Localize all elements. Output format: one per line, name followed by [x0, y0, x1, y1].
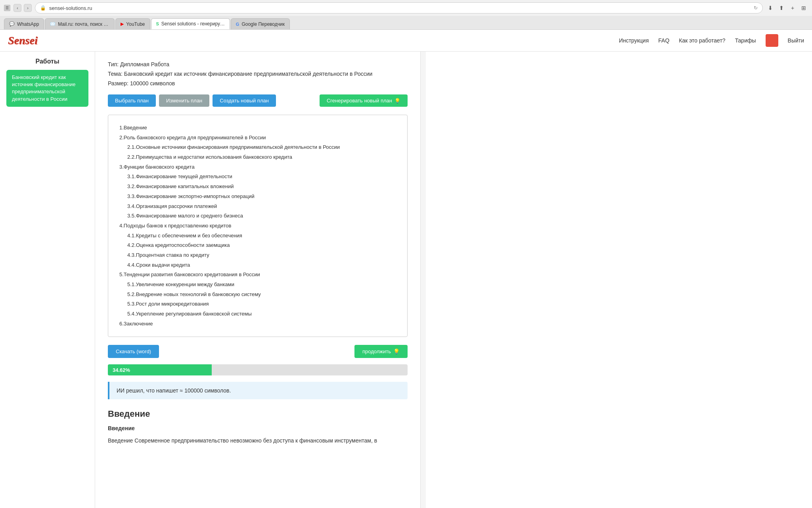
- window-controls: ☰: [4, 5, 10, 11]
- topic-label: Тема: Банковский кредит как источник фин…: [108, 71, 372, 77]
- browser-top-bar: ☰ ‹ › 🔒 sensei-solutions.ru ↻ ⬇ ⬆ + ⊞: [0, 0, 812, 16]
- generate-btn-label: Сгенерировать новый план: [327, 98, 392, 104]
- type-label: Тип: Дипломная Работа: [108, 61, 169, 67]
- toc-item-6: 6.Заключение: [119, 319, 396, 329]
- download-button[interactable]: Скачать (word): [108, 345, 159, 358]
- tab-label: Google Переводчик: [241, 21, 285, 27]
- tab-mail[interactable]: ✉️ Mail.ru: почта, поиск в интернете, но…: [45, 18, 115, 29]
- toc-box: 1.Введение 2.Роль банковского кредита дл…: [108, 115, 408, 337]
- window-menu-btn[interactable]: ☰: [4, 5, 10, 11]
- share-icon[interactable]: ⬆: [777, 4, 786, 12]
- topic-row: Тема: Банковский кредит как источник фин…: [108, 71, 408, 77]
- address-text: sensei-solutions.ru: [49, 5, 92, 11]
- user-avatar: [766, 34, 778, 47]
- section-subtitle: Введение: [108, 424, 408, 433]
- browser-chrome: ☰ ‹ › 🔒 sensei-solutions.ru ↻ ⬇ ⬆ + ⊞ 💬 …: [0, 0, 812, 30]
- size-label: Размер: 100000 символов: [108, 80, 175, 87]
- refresh-icon[interactable]: ↻: [754, 5, 758, 11]
- toc-item-3-2: 3.2.Финансирование капитальных вложений: [119, 182, 396, 192]
- nav-instruction[interactable]: Инструкция: [619, 37, 649, 44]
- mail-icon: ✉️: [50, 21, 56, 27]
- youtube-icon: ▶: [121, 21, 124, 27]
- toc-item-1: 1.Введение: [119, 123, 396, 133]
- toc-item-5-4: 5.4.Укрепление регулирования банковской …: [119, 309, 396, 319]
- toc-item-3-3: 3.3.Финансирование экспортно-импортных о…: [119, 192, 396, 202]
- browser-nav-controls: ‹ ›: [13, 4, 32, 12]
- toc-item-4: 4.Подходы банков к предоставлению кредит…: [119, 221, 396, 231]
- tab-whatsapp[interactable]: 💬 WhatsApp: [4, 18, 44, 29]
- lock-icon: 🔒: [40, 5, 46, 11]
- toc-item-5: 5.Тенденции развития банковского кредито…: [119, 270, 396, 280]
- whatsapp-icon: 💬: [9, 21, 15, 27]
- toc-item-5-3: 5.3.Рост доли микрокредитования: [119, 299, 396, 309]
- toc-item-2-1: 2.1.Основные источники финансирования пр…: [119, 142, 396, 152]
- progress-bar: 34.62%: [108, 364, 212, 375]
- toc-item-5-2: 5.2.Внедрение новых технологий в банковс…: [119, 290, 396, 300]
- choose-plan-button[interactable]: Выбрать план: [108, 94, 156, 107]
- toc-item-4-3: 4.3.Процентная ставка по кредиту: [119, 250, 396, 260]
- site-navbar: Sensei Инструкция FAQ Как это работает? …: [0, 30, 812, 52]
- back-button[interactable]: ‹: [13, 4, 21, 12]
- toc-item-4-2: 4.2.Оценка кредитоспособности заемщика: [119, 241, 396, 250]
- sensei-tab-icon: S: [156, 21, 159, 26]
- toc-item-3: 3.Функции банковского кредита: [119, 162, 396, 172]
- toc-item-3-5: 3.5.Финансирование малого и среднего биз…: [119, 211, 396, 221]
- change-plan-button[interactable]: Изменить план: [159, 94, 209, 107]
- forward-button[interactable]: ›: [24, 4, 32, 12]
- nav-exit[interactable]: Выйти: [788, 37, 804, 44]
- sidebar-item-label: Банковский кредит как источник финансиро…: [12, 74, 75, 102]
- continue-button[interactable]: продолжить 💡: [354, 345, 408, 358]
- browser-tabs: 💬 WhatsApp ✉️ Mail.ru: почта, поиск в ин…: [0, 16, 812, 29]
- tab-label: Sensei solutions - генерируем дипломы, к…: [161, 21, 225, 27]
- scrollbar[interactable]: [420, 52, 426, 508]
- tab-label: WhatsApp: [17, 21, 39, 27]
- nav-how-it-works[interactable]: Как это работает?: [679, 37, 725, 44]
- size-row: Размер: 100000 символов: [108, 80, 408, 87]
- tab-sensei[interactable]: S Sensei solutions - генерируем дипломы,…: [151, 18, 230, 29]
- grid-icon[interactable]: ⊞: [799, 4, 808, 12]
- tab-label: Mail.ru: почта, поиск в интернете, новос…: [58, 21, 109, 27]
- ai-notice: ИИ решил, что напишет ≈ 100000 символов.: [108, 382, 408, 399]
- download-icon[interactable]: ⬇: [766, 4, 775, 12]
- bulb-icon: 💡: [395, 98, 400, 104]
- main-layout: Работы Банковский кредит как источник фи…: [0, 52, 812, 508]
- nav-faq[interactable]: FAQ: [658, 37, 669, 44]
- section-title: Введение: [108, 409, 408, 419]
- toc-item-4-1: 4.1.Кредиты с обеспечением и без обеспеч…: [119, 231, 396, 241]
- toc-item-4-4: 4.4.Сроки выдачи кредита: [119, 260, 396, 270]
- section-body-text: Введение Современное предпринимательство…: [108, 436, 408, 445]
- site-logo: Sensei: [8, 34, 38, 47]
- toc-item-5-1: 5.1.Увеличение конкуренции между банками: [119, 280, 396, 290]
- create-new-plan-button[interactable]: Создать новый план: [213, 94, 276, 107]
- nav-pricing[interactable]: Тарифы: [735, 37, 756, 44]
- continue-label: продолжить: [362, 348, 391, 354]
- action-buttons: Выбрать план Изменить план Создать новый…: [108, 94, 408, 107]
- tab-google-translate[interactable]: G Google Переводчик: [231, 18, 290, 29]
- progress-wrapper: 34.62%: [108, 364, 408, 375]
- logo-area: Sensei: [8, 34, 95, 47]
- content-area: Тип: Дипломная Работа Тема: Банковский к…: [95, 52, 420, 508]
- sidebar: Работы Банковский кредит как источник фи…: [0, 52, 95, 508]
- type-row: Тип: Дипломная Работа: [108, 61, 408, 67]
- tab-label: YouTube: [126, 21, 145, 27]
- progress-label: 34.62%: [113, 367, 130, 373]
- bottom-actions: Скачать (word) продолжить 💡: [108, 345, 408, 358]
- browser-action-buttons: ⬇ ⬆ + ⊞: [766, 4, 808, 12]
- tab-youtube[interactable]: ▶ YouTube: [115, 18, 150, 29]
- new-tab-icon[interactable]: +: [788, 4, 797, 12]
- toc-item-3-4: 3.4.Организация рассрочки платежей: [119, 202, 396, 212]
- sidebar-item[interactable]: Банковский кредит как источник финансиро…: [6, 70, 88, 107]
- google-translate-icon: G: [236, 22, 239, 27]
- sidebar-title: Работы: [6, 58, 88, 65]
- address-bar[interactable]: 🔒 sensei-solutions.ru ↻: [35, 2, 763, 13]
- nav-links: Инструкция FAQ Как это работает? Тарифы …: [619, 34, 804, 47]
- toc-item-2: 2.Роль банковского кредита для предприни…: [119, 133, 396, 143]
- continue-bulb-icon: 💡: [393, 348, 400, 354]
- generate-new-plan-button[interactable]: Сгенерировать новый план 💡: [320, 94, 408, 107]
- toc-item-3-1: 3.1.Финансирование текущей деятельности: [119, 172, 396, 182]
- toc-item-2-2: 2.2.Преимущества и недостатки использова…: [119, 152, 396, 162]
- ai-notice-text: ИИ решил, что напишет ≈ 100000 символов.: [117, 387, 231, 394]
